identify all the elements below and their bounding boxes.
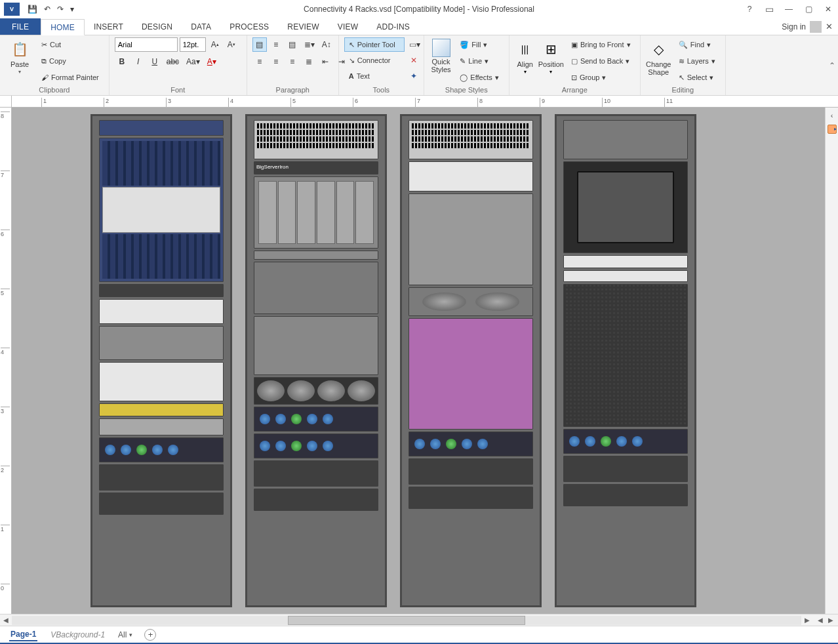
next-page-button[interactable]: ▶ <box>826 616 835 624</box>
position-icon: ⊞ <box>540 39 561 60</box>
underline-button[interactable]: U <box>148 54 162 69</box>
cut-button[interactable]: ✂Cut <box>37 37 66 52</box>
minimize-button[interactable]: — <box>779 1 799 17</box>
change-shape-button[interactable]: ◇Change Shape <box>646 37 671 76</box>
bold-button[interactable]: B <box>115 54 129 69</box>
page-tab-background[interactable]: VBackground-1 <box>49 629 106 641</box>
visio-app-icon: V <box>4 3 20 16</box>
sign-in[interactable]: Sign in ✕ <box>776 18 838 35</box>
layers-button[interactable]: ≋Layers▾ <box>674 54 720 68</box>
all-pages-dropdown[interactable]: All▾ <box>118 630 132 639</box>
tab-data[interactable]: DATA <box>182 18 220 35</box>
effects-button[interactable]: ◯Effects▾ <box>455 70 503 85</box>
find-button[interactable]: 🔍Find▾ <box>674 37 715 52</box>
rack2-patch-panel[interactable] <box>254 120 378 159</box>
justify-button[interactable]: ≣ <box>302 54 316 69</box>
close-signin-icon[interactable]: ✕ <box>826 22 833 31</box>
send-back-button[interactable]: ▢Send to Back▾ <box>567 54 634 68</box>
quick-styles-button[interactable]: Quick Styles <box>429 37 453 73</box>
select-button[interactable]: ↖Select▾ <box>674 70 719 85</box>
paintbrush-icon: 🖌 <box>41 73 49 81</box>
qat-dropdown-icon[interactable]: ▾ <box>70 5 74 14</box>
tab-addins[interactable]: ADD-INS <box>367 18 419 35</box>
increase-font-button[interactable]: A▴ <box>208 37 222 52</box>
group-tools: ↖Pointer Tool ▭▾ ↘Connector ✕ AText ✦ To… <box>339 35 424 95</box>
rack4-storage-array[interactable] <box>563 284 688 427</box>
align-top-button[interactable]: ▤ <box>252 37 267 52</box>
bring-front-button[interactable]: ▣Bring to Front▾ <box>567 37 635 52</box>
tab-home[interactable]: HOME <box>41 19 85 35</box>
fill-button[interactable]: 🪣Fill▾ <box>455 37 492 52</box>
group-button[interactable]: ⊡Group▾ <box>567 70 611 85</box>
prev-page-button[interactable]: ◀ <box>816 616 825 624</box>
tab-file[interactable]: FILE <box>0 18 41 35</box>
save-icon[interactable]: 💾 <box>28 5 37 14</box>
font-family-input[interactable] <box>115 37 178 52</box>
scroll-thumb[interactable] <box>288 616 525 625</box>
indent-dec-button[interactable]: ⇤ <box>318 54 332 69</box>
collapse-ribbon-button[interactable]: ⌃ <box>826 58 838 73</box>
effects-icon: ◯ <box>460 73 468 82</box>
rack1-switch-chassis[interactable] <box>99 138 224 282</box>
rectangle-tool-button[interactable]: ▭▾ <box>407 37 423 52</box>
help-icon[interactable]: ? <box>740 1 759 17</box>
page-tab-1[interactable]: Page-1 <box>9 628 37 641</box>
pen-icon: ✎ <box>460 57 466 66</box>
rack1-header[interactable] <box>99 120 224 136</box>
undo-icon[interactable]: ↶ <box>44 5 50 14</box>
pointer-tool-button[interactable]: ↖Pointer Tool <box>344 37 405 52</box>
close-button[interactable]: ✕ <box>818 1 838 17</box>
rack4-kvm-monitor[interactable] <box>563 161 688 253</box>
line-button[interactable]: ✎Line▾ <box>455 54 493 68</box>
connector-tool-button[interactable]: ↘Connector <box>344 53 405 68</box>
redo-icon[interactable]: ↷ <box>57 5 64 14</box>
font-size-input[interactable] <box>180 37 206 52</box>
rack4-keyboard-tray[interactable] <box>563 255 688 268</box>
ribbon-display-options-icon[interactable]: ▭ <box>759 1 779 17</box>
cursor-icon: ↖ <box>349 41 355 49</box>
add-page-button[interactable]: + <box>144 629 156 641</box>
rack1-pdu[interactable] <box>99 437 224 462</box>
align-left-button[interactable]: ≡ <box>252 54 267 69</box>
shapes-panel-icon[interactable] <box>828 125 837 134</box>
delete-button[interactable]: ✕ <box>407 53 421 68</box>
ribbon: 📋 Paste ▾ ✂Cut ⧉Copy 🖌Format Painter Cli… <box>0 35 838 96</box>
horizontal-scrollbar[interactable]: ◀ ▶ ◀▶ <box>0 614 838 626</box>
position-button[interactable]: ⊞Position▾ <box>538 37 564 75</box>
tab-process[interactable]: PROCESS <box>220 18 278 35</box>
scroll-left-button[interactable]: ◀ <box>0 616 12 624</box>
strike-button[interactable]: abc <box>164 54 182 69</box>
align-center-button[interactable]: ≡ <box>269 54 283 69</box>
group-clipboard: 📋 Paste ▾ ✂Cut ⧉Copy 🖌Format Painter Cli… <box>0 35 110 95</box>
bullets-button[interactable]: ≣▾ <box>302 37 317 52</box>
group-icon: ⊡ <box>571 73 577 82</box>
orientation-button[interactable]: A↕ <box>319 37 334 52</box>
maximize-button[interactable]: ▢ <box>799 1 818 17</box>
drawing-canvas[interactable]: BigServerIron <box>12 108 825 614</box>
rack3-purple-server[interactable] <box>409 318 533 430</box>
align-right-button[interactable]: ≡ <box>285 54 300 69</box>
tab-view[interactable]: VIEW <box>329 18 367 35</box>
layers-icon: ≋ <box>679 57 685 66</box>
italic-button[interactable]: I <box>131 54 146 69</box>
rack-1[interactable] <box>90 114 232 607</box>
align-button[interactable]: ⫼Align▾ <box>515 37 536 75</box>
tab-insert[interactable]: INSERT <box>85 18 132 35</box>
connection-point-button[interactable]: ✦ <box>407 69 421 83</box>
expand-pane-button[interactable]: ‹ <box>831 111 833 119</box>
align-bottom-button[interactable]: ▤ <box>285 37 300 52</box>
scroll-right-button[interactable]: ▶ <box>801 616 813 624</box>
tab-review[interactable]: REVIEW <box>278 18 329 35</box>
font-color-button[interactable]: A▾ <box>205 54 219 69</box>
copy-button[interactable]: ⧉Copy <box>37 54 71 68</box>
text-tool-button[interactable]: AText <box>344 69 405 83</box>
rack-4[interactable] <box>555 114 696 607</box>
rack-3[interactable] <box>400 114 542 607</box>
align-middle-button[interactable]: ≡ <box>269 37 283 52</box>
paste-button[interactable]: 📋 Paste ▾ <box>5 37 34 75</box>
change-case-button[interactable]: Aa▾ <box>184 54 203 69</box>
rack-2[interactable]: BigServerIron <box>245 114 387 607</box>
tab-design[interactable]: DESIGN <box>132 18 182 35</box>
format-painter-button[interactable]: 🖌Format Painter <box>37 70 104 85</box>
decrease-font-button[interactable]: A▾ <box>224 37 239 52</box>
